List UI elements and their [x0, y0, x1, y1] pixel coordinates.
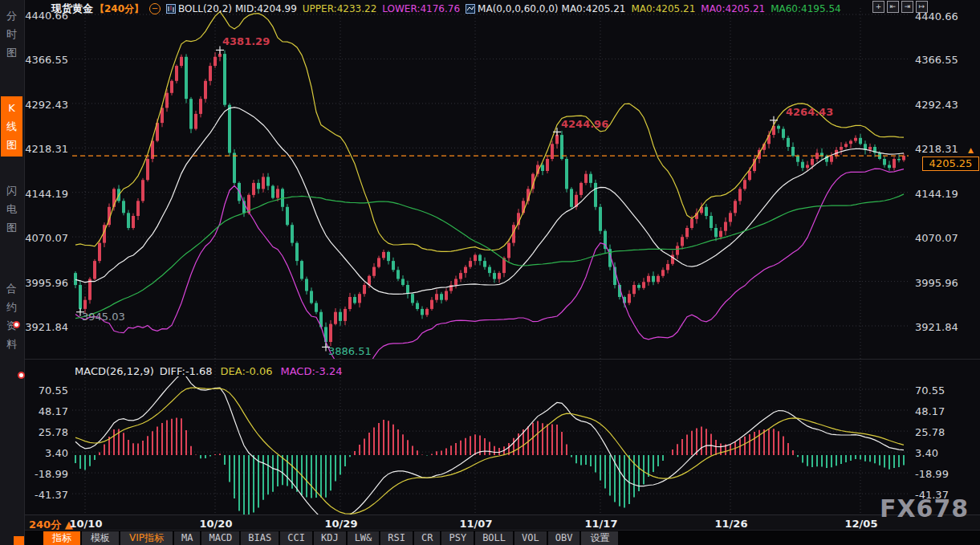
hot-marker-icon[interactable]: [18, 372, 25, 379]
settings-button[interactable]: 设置: [581, 531, 618, 545]
price-axis-label: 4144.19: [915, 188, 958, 200]
tab-templates[interactable]: 模板: [82, 531, 119, 545]
macd-axis-label: 25.78: [915, 426, 958, 438]
macd-axis-label: -41.37: [25, 489, 68, 501]
price-axis-label: 4218.31: [25, 143, 68, 155]
indicator-psy-button[interactable]: PSY: [441, 531, 474, 545]
price-axis-label: 4144.19: [25, 188, 68, 200]
date-label: 10/29: [321, 518, 361, 530]
macd-axis-label: 48.17: [915, 405, 958, 417]
macd-axis-label: 25.78: [25, 426, 68, 438]
period-badge: 【240分】: [95, 2, 144, 16]
indicator-macd-button[interactable]: MACD: [201, 531, 239, 545]
sidebar: 分时图 K线图 闪电图 合约资料: [0, 0, 25, 545]
sidebar-item-contract-info[interactable]: 合约资料: [1, 279, 22, 353]
date-label: 10/20: [196, 518, 236, 530]
boll-indicator-icon: [166, 4, 176, 14]
pan-right-icon[interactable]: ↦: [916, 1, 928, 13]
indicator-boll-button[interactable]: BOLL: [475, 531, 513, 545]
price-axis-label: 4070.07: [915, 232, 958, 244]
date-label: 12/05: [841, 518, 881, 530]
indicator-toolbar: 指标 模板 VIP指标 MA MACD BIAS CCI KDJ LW& RSI…: [0, 530, 980, 545]
price-axis-label: 4218.31: [915, 143, 958, 155]
crosshair-icon[interactable]: +: [872, 1, 884, 13]
price-axis-label: 4366.55: [915, 54, 958, 66]
price-axis-label: 4292.43: [25, 99, 68, 111]
sidebar-item-timeshare-chart[interactable]: 分时图: [1, 6, 22, 62]
symbol-name: 现货黄金: [51, 2, 93, 16]
ma60-value: MA60:4195.54: [771, 3, 841, 14]
macd-legend: MACD(26,12,9) DIFF:-1.68 DEA:-0.06 MACD:…: [75, 365, 342, 377]
macd-axis-label: 70.55: [915, 384, 958, 397]
indicator-cci-button[interactable]: CCI: [280, 531, 312, 545]
macd-axis-label: 48.17: [25, 405, 68, 417]
boll-mid-value: MID:4204.99: [235, 3, 297, 14]
boll-label: BOLL(20,2): [178, 3, 232, 14]
indicator-rsi-button[interactable]: RSI: [380, 531, 413, 545]
sidebar-item-label: K线图: [6, 99, 18, 154]
indicator-lw-button[interactable]: LW&: [348, 531, 380, 545]
ma0-value-1: MA0:4205.21: [562, 3, 626, 14]
current-price-tag: 4205.25: [922, 157, 979, 171]
price-axis-label: 4070.07: [25, 232, 68, 244]
fx678-logo: FX678: [880, 494, 969, 523]
macd-dea-value: DEA:-0.06: [221, 365, 273, 377]
macd-params: MACD(26,12,9): [75, 365, 154, 377]
panel-divider: [24, 359, 980, 360]
ma-label: MA(0,0,0,60,0,0): [478, 3, 558, 14]
indicator-bias-button[interactable]: BIAS: [241, 531, 279, 545]
chart-header: 现货黄金 【240分】 − BOLL(20,2) MID:4204.99 UPP…: [51, 2, 841, 15]
sidebar-item-label: 分时图: [6, 6, 18, 62]
zoom-in-icon[interactable]: ⇥: [901, 1, 913, 13]
indicator-obv-button[interactable]: OBV: [548, 531, 580, 545]
price-annotation: 3886.51: [328, 345, 372, 357]
ma-indicator-icon: [466, 4, 475, 14]
price-alert-icon[interactable]: ▲: [968, 146, 974, 154]
sidebar-item-kline-chart[interactable]: K线图: [1, 96, 22, 157]
date-label: 11/07: [456, 518, 496, 530]
boll-upper-value: UPPER:4233.22: [303, 3, 376, 14]
date-label: 11/26: [711, 518, 751, 530]
macd-diff-value: DIFF:-1.68: [160, 365, 213, 377]
indicator-vol-button[interactable]: VOL: [514, 531, 547, 545]
price-axis-label: 4292.43: [915, 99, 958, 111]
chart-controls: + ⇤ ⇥ ↦: [872, 1, 928, 13]
macd-axis-label: -18.99: [915, 468, 958, 480]
macd-hist-value: MACD:-3.24: [280, 365, 342, 377]
macd-axis-label: 70.55: [25, 384, 68, 397]
tab-indicators[interactable]: 指标: [43, 531, 80, 545]
date-label: 11/17: [581, 518, 621, 530]
zoom-out-icon[interactable]: ⇤: [887, 1, 899, 13]
ma0-value-2: MA0:4205.21: [631, 3, 695, 14]
price-axis-label: 3995.96: [25, 277, 68, 289]
sidebar-item-lightning-chart[interactable]: 闪电图: [1, 181, 22, 237]
hot-marker-icon[interactable]: [13, 321, 20, 328]
price-axis-label: 3995.96: [915, 277, 958, 289]
sidebar-item-label: 合约资料: [6, 279, 18, 353]
indicator-kdj-button[interactable]: KDJ: [314, 531, 346, 545]
trading-terminal: 分时图 K线图 闪电图 合约资料 现货黄金 【240分】 − BOLL(20,2…: [0, 0, 980, 545]
date-label: 10/10: [66, 518, 106, 530]
sidebar-item-label: 闪电图: [6, 181, 18, 237]
price-axis-label: 4366.55: [25, 54, 68, 66]
macd-axis-label: 3.40: [25, 447, 68, 459]
macd-axis-label: -18.99: [25, 468, 68, 480]
price-axis-label: 3921.84: [915, 321, 958, 333]
macd-axis-label: 3.40: [915, 447, 958, 459]
boll-lower-value: LOWER:4176.76: [382, 3, 460, 14]
tab-vip-indicators[interactable]: VIP指标: [120, 531, 173, 545]
price-axis-label: 3921.84: [25, 321, 68, 333]
indicator-ma-button[interactable]: MA: [174, 531, 200, 545]
price-annotation: 4264.43: [786, 106, 833, 118]
price-annotation: 4244.96: [561, 118, 608, 130]
ma0-value-3: MA0:4205.21: [701, 3, 765, 14]
main-chart[interactable]: [0, 0, 980, 545]
indicator-cr-button[interactable]: CR: [414, 531, 440, 545]
collapse-indicator-icon[interactable]: −: [149, 3, 161, 14]
price-annotation: 3945.03: [82, 311, 125, 323]
price-annotation: 4381.29: [222, 35, 270, 47]
corner-accent-icon[interactable]: [14, 536, 24, 545]
xaxis-row: 240分 ▲ 10/10 10/20 10/29 11/07 11/17 11/…: [24, 514, 980, 530]
